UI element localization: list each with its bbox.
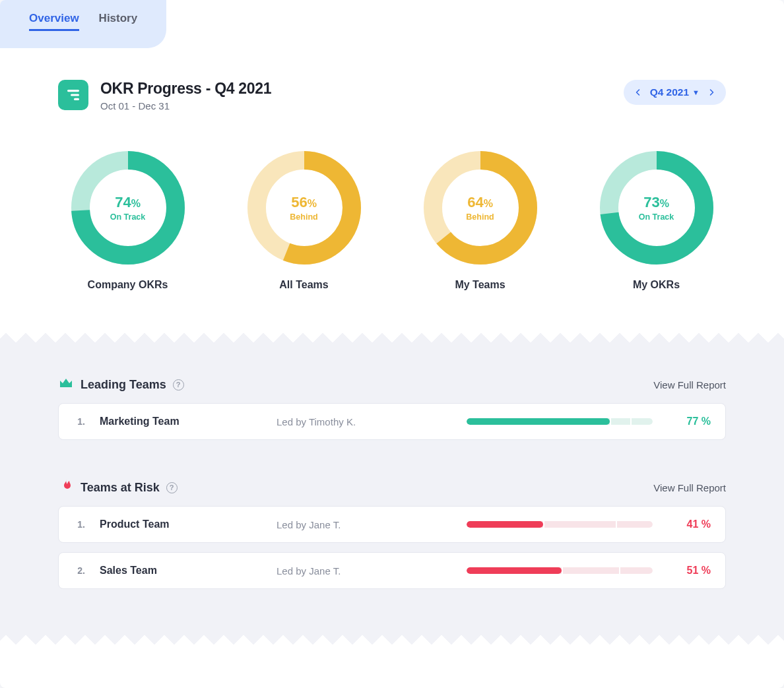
- divider-zigzag-bottom: [0, 626, 784, 644]
- period-next-button[interactable]: [703, 88, 719, 96]
- fire-icon: [58, 478, 74, 497]
- team-progress-bar: [467, 521, 653, 528]
- donut-status: Behind: [466, 212, 494, 222]
- risk-teams-header: Teams at Risk ? View Full Report: [58, 478, 726, 497]
- donut-value: 74%: [115, 194, 141, 211]
- team-name: Sales Team: [100, 565, 271, 577]
- donut-value: 56%: [291, 194, 317, 211]
- tab-overview[interactable]: Overview: [29, 8, 79, 31]
- period-selector: Q4 2021 ▼: [624, 80, 726, 105]
- tab-bar: Overview History: [0, 0, 784, 48]
- donut-my-okrs[interactable]: 73% On Track My OKRs: [597, 148, 716, 291]
- leading-help-icon[interactable]: ?: [173, 379, 184, 391]
- leading-view-report-link[interactable]: View Full Report: [653, 379, 726, 391]
- team-name: Product Team: [100, 518, 271, 530]
- donut-value: 64%: [467, 194, 493, 211]
- team-row[interactable]: 2. Sales Team Led by Jane T. 51 %: [58, 552, 726, 589]
- donut-company-okrs[interactable]: 74% On Track Company OKRs: [69, 148, 187, 291]
- donut-status: On Track: [639, 212, 674, 222]
- team-rank: 2.: [68, 565, 94, 576]
- team-pct: 41 %: [658, 518, 711, 530]
- risk-view-report-link[interactable]: View Full Report: [653, 482, 726, 493]
- team-pct: 51 %: [658, 565, 711, 577]
- team-lead: Led by Jane T.: [277, 519, 461, 530]
- tab-history[interactable]: History: [99, 8, 138, 31]
- donut-status: On Track: [110, 212, 146, 222]
- team-pct: 77 %: [658, 416, 711, 427]
- team-rank: 1.: [68, 416, 94, 427]
- leading-teams-header: Leading Teams ? View Full Report: [58, 375, 726, 394]
- team-progress-bar: [467, 567, 653, 574]
- chevron-left-icon: [634, 88, 642, 96]
- period-prev-button[interactable]: [630, 88, 646, 96]
- donut-my-teams[interactable]: 64% Behind My Teams: [421, 148, 540, 291]
- page-subtitle: Oct 01 - Dec 31: [100, 100, 271, 111]
- page-title: OKR Progress - Q4 2021: [100, 80, 271, 98]
- donut-row: 74% On Track Company OKRs 56% Behind All…: [0, 131, 784, 325]
- team-lead: Led by Timothy K.: [277, 416, 461, 427]
- team-lead: Led by Jane T.: [277, 565, 461, 577]
- risk-title: Teams at Risk: [81, 481, 160, 495]
- team-row[interactable]: 1. Marketing Team Led by Timothy K. 77 %: [58, 403, 726, 440]
- team-rank: 1.: [68, 519, 94, 530]
- app-logo-icon: [58, 80, 88, 110]
- chevron-right-icon: [707, 88, 715, 96]
- donut-caption: All Teams: [279, 279, 328, 291]
- donut-value: 73%: [643, 194, 669, 211]
- crown-icon: [58, 375, 74, 394]
- svg-rect-1: [71, 94, 79, 96]
- donut-status: Behind: [290, 212, 317, 222]
- donut-caption: My OKRs: [633, 279, 680, 291]
- team-name: Marketing Team: [100, 416, 271, 427]
- period-dropdown[interactable]: Q4 2021 ▼: [646, 86, 703, 98]
- page-header: OKR Progress - Q4 2021 Oct 01 - Dec 31 Q…: [0, 48, 784, 131]
- caret-down-icon: ▼: [692, 88, 700, 96]
- donut-all-teams[interactable]: 56% Behind All Teams: [245, 148, 364, 291]
- divider-zigzag: [0, 325, 784, 344]
- donut-caption: My Teams: [455, 279, 505, 291]
- team-progress-bar: [467, 418, 653, 425]
- risk-help-icon[interactable]: ?: [166, 482, 178, 493]
- svg-rect-0: [67, 90, 79, 92]
- donut-caption: Company OKRs: [88, 279, 168, 291]
- leading-title: Leading Teams: [81, 378, 166, 392]
- team-row[interactable]: 1. Product Team Led by Jane T. 41 %: [58, 506, 726, 543]
- period-label: Q4 2021: [650, 86, 689, 98]
- svg-rect-2: [74, 98, 79, 100]
